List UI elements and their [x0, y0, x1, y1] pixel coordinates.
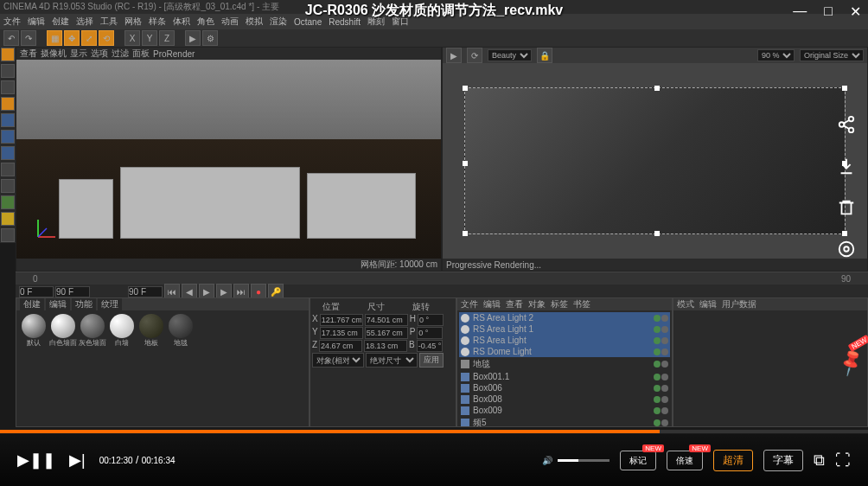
object-list[interactable]: RS Area Light 2RS Area Light 1RS Area Li…: [457, 310, 672, 426]
vp-tab-prorender[interactable]: ProRender: [153, 49, 195, 59]
quality-button[interactable]: 超清: [713, 450, 753, 471]
timeline-ruler[interactable]: 0 90: [16, 272, 868, 285]
select-tool[interactable]: ▦: [47, 30, 62, 46]
visibility-dot[interactable]: [654, 374, 661, 380]
attr-tab-mode[interactable]: 模式: [677, 298, 694, 310]
render-dot[interactable]: [661, 361, 668, 368]
obj-tab-objects[interactable]: 对象: [528, 298, 546, 310]
menu-octane[interactable]: Octane: [294, 17, 322, 27]
mat-tab-texture[interactable]: 纹理: [98, 298, 122, 310]
menu-simulate[interactable]: 模拟: [246, 16, 263, 28]
visibility-dot[interactable]: [654, 407, 661, 414]
visibility-dot[interactable]: [654, 315, 661, 322]
frame-current-input[interactable]: [128, 286, 163, 297]
render-dot[interactable]: [661, 315, 668, 322]
size-z-input[interactable]: [364, 340, 407, 352]
object-item[interactable]: RS Area Light 1: [459, 323, 670, 335]
obj-tab-file[interactable]: 文件: [461, 298, 478, 310]
volume-icon[interactable]: 🔊: [542, 456, 552, 465]
axis-y-button[interactable]: Y: [142, 30, 157, 46]
vp-tab-panel[interactable]: 面板: [132, 48, 150, 60]
region-handle-tr[interactable]: [842, 86, 847, 91]
redo-button[interactable]: ↷: [21, 30, 36, 46]
menu-file[interactable]: 文件: [3, 16, 21, 28]
pos-z-input[interactable]: [319, 340, 362, 352]
viewport-3d[interactable]: 查看 摄像机 显示 选项 过滤 面板 ProRender 网格间距: 10000…: [16, 47, 442, 272]
point-tool[interactable]: [1, 113, 15, 127]
frame-start-input[interactable]: [19, 286, 54, 297]
object-item[interactable]: 频5: [459, 416, 670, 426]
menu-select[interactable]: 选择: [76, 16, 93, 28]
object-item[interactable]: RS Area Light 2: [459, 312, 670, 323]
share-icon[interactable]: [834, 112, 858, 137]
axis-x-button[interactable]: X: [124, 30, 140, 46]
region-handle-l[interactable]: [463, 161, 468, 166]
viewport-canvas[interactable]: [16, 60, 441, 259]
region-handle-b[interactable]: [654, 231, 660, 236]
model-tool[interactable]: [1, 64, 15, 78]
render-refresh-button[interactable]: ⟳: [467, 48, 482, 63]
pip-button[interactable]: ⧉: [814, 451, 825, 470]
subtitle-button[interactable]: 字幕: [763, 450, 803, 471]
edge-tool[interactable]: [1, 130, 15, 144]
render-dot[interactable]: [661, 337, 668, 344]
size-y-input[interactable]: [365, 327, 408, 339]
menu-mesh[interactable]: 网格: [124, 16, 142, 28]
rot-h-input[interactable]: [418, 314, 444, 326]
material-item[interactable]: 默认: [20, 314, 48, 350]
render-start-button[interactable]: ▶: [446, 48, 462, 63]
material-item[interactable]: 地毯: [167, 314, 195, 350]
attr-tab-edit[interactable]: 编辑: [699, 298, 717, 310]
render-lock-icon[interactable]: 🔒: [537, 48, 552, 63]
menu-sculpt[interactable]: 雕刻: [367, 16, 385, 28]
texture-tool[interactable]: [1, 80, 15, 94]
delete-icon[interactable]: [834, 195, 858, 220]
visibility-dot[interactable]: [654, 337, 661, 344]
vp-tab-options[interactable]: 选项: [91, 48, 108, 60]
obj-tab-bookmarks[interactable]: 书签: [573, 298, 590, 310]
material-item[interactable]: 地板: [137, 314, 165, 350]
minimize-button[interactable]: —: [793, 3, 807, 20]
axis-z-button[interactable]: Z: [159, 30, 175, 46]
mat-tab-edit[interactable]: 编辑: [46, 298, 70, 310]
render-dot[interactable]: [661, 374, 668, 380]
settings-icon[interactable]: [834, 237, 858, 261]
vp-tab-filter[interactable]: 过滤: [112, 48, 129, 60]
mat-tab-create[interactable]: 创建: [20, 298, 44, 310]
menu-window[interactable]: 窗口: [392, 16, 409, 28]
frame-end-input[interactable]: [55, 286, 90, 297]
menu-render[interactable]: 渲染: [270, 16, 287, 28]
video-progress-bar[interactable]: [0, 430, 868, 433]
visibility-dot[interactable]: [654, 326, 661, 333]
object-item[interactable]: 地毯: [459, 357, 670, 371]
tweak-tool[interactable]: [1, 212, 15, 226]
menu-volume[interactable]: 体积: [173, 16, 190, 28]
pos-y-input[interactable]: [320, 327, 363, 339]
render-dot[interactable]: [661, 396, 668, 403]
snap-tool[interactable]: [1, 179, 15, 193]
visibility-dot[interactable]: [654, 419, 661, 426]
menu-spline[interactable]: 样条: [149, 16, 166, 28]
menu-character[interactable]: 角色: [197, 16, 214, 28]
video-next-button[interactable]: ▶|: [69, 451, 86, 470]
axis-gizmo[interactable]: [34, 215, 60, 241]
download-icon[interactable]: [834, 154, 858, 178]
rot-p-input[interactable]: [417, 327, 443, 339]
vp-tab-view[interactable]: 查看: [20, 48, 37, 60]
maximize-button[interactable]: □: [824, 3, 833, 20]
undo-button[interactable]: ↶: [3, 30, 19, 46]
brush-tool[interactable]: [1, 228, 15, 242]
menu-animation[interactable]: 动画: [221, 16, 239, 28]
object-item[interactable]: RS Dome Light: [459, 346, 670, 357]
soft-select-tool[interactable]: [1, 195, 15, 209]
render-pass-dropdown[interactable]: Beauty: [488, 49, 532, 61]
object-item[interactable]: RS Area Light: [459, 335, 670, 346]
object-item[interactable]: Box009: [459, 405, 670, 416]
render-dot[interactable]: [661, 349, 668, 355]
object-item[interactable]: Box008: [459, 393, 670, 405]
menu-create[interactable]: 创建: [52, 16, 69, 28]
visibility-dot[interactable]: [654, 385, 661, 392]
visibility-dot[interactable]: [654, 396, 661, 403]
obj-tab-view[interactable]: 查看: [506, 298, 523, 310]
make-editable-tool[interactable]: [1, 48, 15, 61]
